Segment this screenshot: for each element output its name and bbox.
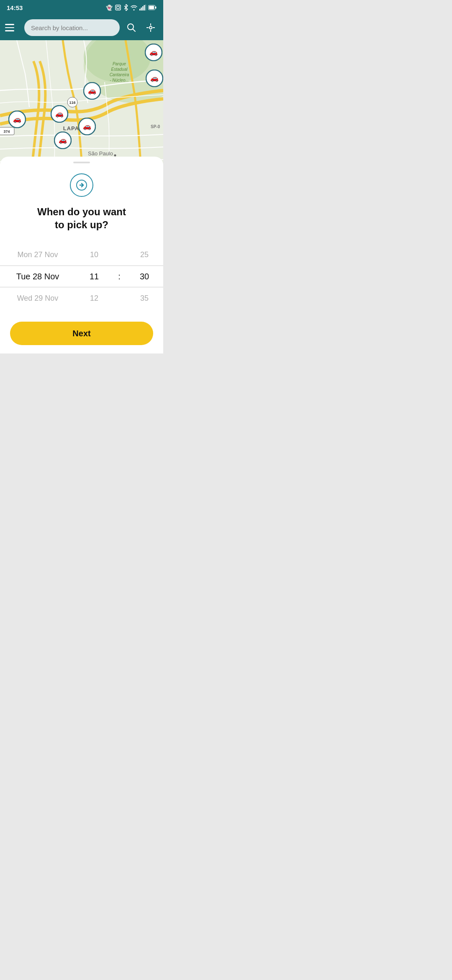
svg-text:🚗: 🚗 (59, 136, 67, 144)
minute-row-3[interactable]: 35 (126, 287, 163, 309)
svg-text:🚗: 🚗 (150, 74, 159, 82)
svg-text:Cantareira: Cantareira (110, 72, 129, 77)
sheet-title: When do you wantto pick up? (0, 205, 163, 231)
svg-text:SP-0: SP-0 (151, 124, 160, 129)
status-time: 14:53 (7, 4, 23, 11)
bluetooth-icon (123, 4, 128, 11)
header: Search by location... (0, 15, 163, 40)
svg-rect-8 (149, 6, 154, 9)
svg-text:🚗: 🚗 (55, 110, 64, 118)
sheet-handle (73, 162, 90, 163)
svg-point-12 (149, 26, 152, 29)
svg-text:- Núcleo...: - Núcleo... (110, 78, 129, 83)
menu-button[interactable] (5, 20, 20, 35)
time-separator: : (118, 266, 121, 287)
status-icons: 👻 (106, 4, 157, 11)
svg-point-33 (114, 155, 116, 157)
hour-column[interactable]: 10 11 12 (75, 244, 113, 309)
svg-rect-2 (139, 9, 141, 10)
car-marker-5[interactable]: 🚗 (8, 111, 26, 130)
search-bar[interactable]: Search by location... (24, 19, 120, 36)
search-placeholder: Search by location... (31, 24, 88, 31)
hour-row-3[interactable]: 12 (75, 287, 113, 309)
svg-text:374: 374 (3, 129, 10, 134)
proceed-icon (70, 173, 93, 197)
next-button[interactable]: Next (10, 322, 153, 345)
svg-text:🚗: 🚗 (88, 87, 96, 95)
svg-text:🚗: 🚗 (149, 48, 158, 56)
date-row-1[interactable]: Mon 27 Nov (0, 244, 75, 266)
hour-row-2[interactable]: 11 (75, 266, 113, 287)
svg-rect-3 (141, 8, 142, 10)
car-marker-3[interactable]: 🚗 (83, 82, 101, 101)
status-bar: 14:53 👻 (0, 0, 163, 15)
location-button[interactable] (143, 20, 158, 35)
battery-icon (148, 5, 157, 10)
bottom-sheet: When do you wantto pick up? Mon 27 Nov T… (0, 157, 163, 353)
snapchat-icon: 👻 (106, 5, 113, 11)
svg-rect-6 (145, 5, 146, 10)
car-marker-1[interactable]: 🚗 (145, 44, 162, 63)
svg-text:Estadual: Estadual (111, 67, 128, 72)
minute-row-2[interactable]: 30 (126, 266, 163, 287)
svg-rect-5 (144, 5, 145, 10)
wifi-icon (131, 4, 137, 11)
date-row-2[interactable]: Tue 28 Nov (0, 266, 75, 287)
separator-column: : (113, 244, 126, 309)
svg-text:116: 116 (69, 101, 75, 105)
hour-row-1[interactable]: 10 (75, 244, 113, 266)
svg-rect-0 (116, 5, 121, 10)
car-marker-6[interactable]: 🚗 (78, 118, 96, 137)
svg-text:São Paulo: São Paulo (88, 150, 113, 157)
sim-icon (115, 4, 121, 11)
date-time-picker[interactable]: Mon 27 Nov Tue 28 Nov Wed 29 Nov 10 11 1… (0, 244, 163, 309)
minute-row-1[interactable]: 25 (126, 244, 163, 266)
date-row-3[interactable]: Wed 29 Nov (0, 287, 75, 309)
car-marker-7[interactable]: 🚗 (54, 132, 72, 151)
svg-text:Parque: Parque (113, 62, 126, 66)
car-marker-4[interactable]: 🚗 (51, 105, 68, 124)
minute-column[interactable]: 25 30 35 (126, 244, 163, 309)
svg-text:🚗: 🚗 (83, 122, 91, 130)
svg-line-11 (133, 29, 136, 32)
svg-rect-4 (142, 6, 144, 10)
svg-rect-9 (155, 7, 157, 9)
svg-text:LAPA: LAPA (63, 125, 79, 132)
svg-text:🚗: 🚗 (13, 115, 21, 123)
search-button[interactable] (124, 20, 139, 35)
svg-rect-1 (117, 6, 119, 9)
car-marker-2[interactable]: 🚗 (146, 70, 163, 89)
date-column[interactable]: Mon 27 Nov Tue 28 Nov Wed 29 Nov (0, 244, 75, 309)
signal-icon (139, 5, 146, 10)
